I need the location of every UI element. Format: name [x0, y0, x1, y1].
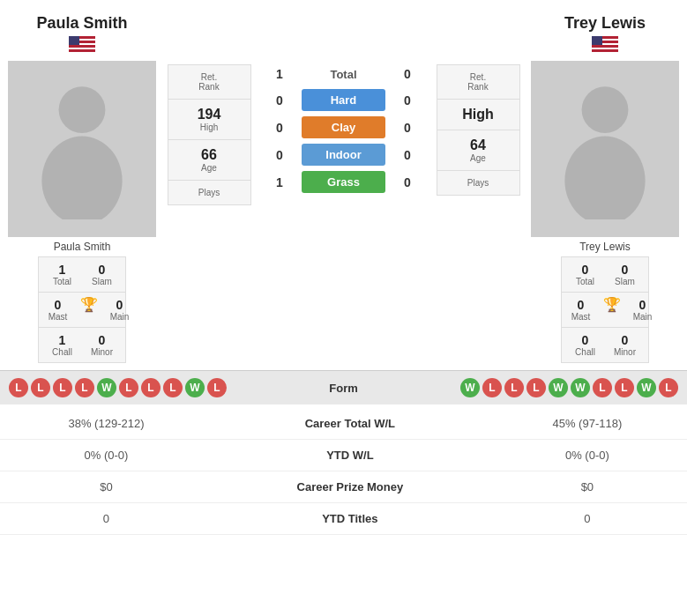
hard-row: 0 Hard 0: [258, 89, 429, 111]
left-mast-label: Mast: [49, 312, 68, 322]
clay-row: 0 Clay 0: [258, 116, 429, 138]
left-trophy-icon: 🏆: [80, 298, 98, 312]
left-player-photo: [8, 61, 156, 237]
left-minor-cell: 0 Minor: [86, 333, 117, 357]
right-main-label: Main: [633, 312, 653, 322]
right-player-name-below: Trey Lewis: [579, 241, 631, 253]
left-main-value: 0: [116, 298, 123, 312]
left-side-panel: Ret. Rank 194 High 66 Age Plays: [161, 61, 258, 205]
form-badge-right: L: [615, 378, 634, 397]
comparison-left: $0: [0, 471, 213, 503]
form-section: LLLLWLLLWL Form WLLLWWLLWL: [0, 370, 687, 404]
right-minor-value: 0: [622, 333, 629, 347]
form-badge-right: W: [460, 378, 480, 397]
right-form-results: WLLLWWLLWL: [379, 378, 679, 397]
left-plays-label: Plays: [198, 188, 220, 197]
right-rank-label: Rank: [467, 82, 488, 92]
left-minor-value: 0: [99, 333, 106, 347]
comparison-row: 38% (129-212) Career Total W/L 45% (97-1…: [0, 408, 687, 440]
grass-row: 1 Grass 0: [258, 171, 429, 193]
comparison-right: 0: [488, 503, 687, 535]
left-chall-value: 1: [59, 333, 66, 347]
comparison-label: Career Prize Money: [213, 471, 488, 503]
comparison-left: 0% (0-0): [0, 440, 213, 471]
right-minor-label: Minor: [614, 347, 636, 357]
hard-left-score: 0: [258, 93, 302, 108]
form-badge-left: L: [53, 378, 72, 397]
left-mast-value: 0: [55, 298, 62, 312]
form-badge-left: L: [9, 378, 28, 397]
right-age-value: 64: [470, 137, 486, 153]
left-age-value: 66: [201, 147, 217, 163]
right-rank-panel: Ret. Rank High 64 Age Plays: [437, 64, 520, 196]
svg-point-3: [564, 137, 645, 219]
left-player-name: Paula Smith: [36, 14, 127, 33]
right-slam-label: Slam: [615, 277, 635, 286]
left-player-flag: [69, 36, 95, 52]
comparison-row: $0 Career Prize Money $0: [0, 471, 687, 503]
form-badge-right: L: [526, 378, 546, 397]
right-chall-value: 0: [582, 333, 589, 347]
right-minor-cell: 0 Minor: [609, 333, 640, 357]
left-rank-value: 194: [198, 107, 221, 122]
right-slam-cell: 0 Slam: [609, 263, 640, 286]
total-label: Total: [302, 68, 385, 81]
left-total-value: 1: [59, 263, 66, 277]
form-badge-right: W: [637, 378, 656, 397]
left-slam-label: Slam: [92, 277, 112, 286]
form-badge-left: L: [75, 378, 94, 397]
right-player-name: Trey Lewis: [564, 14, 646, 33]
right-mast-value: 0: [578, 298, 585, 312]
right-main-cell: 0 Main: [627, 298, 658, 322]
right-mast-label: Mast: [571, 312, 591, 322]
left-silhouette-icon: [29, 78, 135, 219]
left-rank-cell: Ret. Rank: [168, 65, 250, 100]
grass-right-score: 0: [385, 175, 429, 189]
right-chall-cell: 0 Chall: [570, 333, 601, 357]
left-rank-panel: Ret. Rank 194 High 66 Age Plays: [168, 64, 251, 205]
left-chall-cell: 1 Chall: [47, 333, 78, 357]
hard-button[interactable]: Hard: [302, 89, 385, 111]
names-flags-row: Paula Smith Trey Lewis: [0, 0, 687, 57]
comparison-table: 38% (129-212) Career Total W/L 45% (97-1…: [0, 408, 687, 535]
form-badge-right: L: [482, 378, 502, 397]
grass-button[interactable]: Grass: [302, 171, 385, 193]
form-badge-right: L: [593, 378, 612, 397]
right-main-value: 0: [639, 298, 646, 312]
right-name-block: Trey Lewis: [530, 7, 680, 57]
indoor-button[interactable]: Indoor: [302, 144, 385, 166]
form-badge-left: W: [97, 378, 116, 397]
comparison-right: 45% (97-118): [488, 408, 687, 440]
right-stat-row-3: 0 Chall 0 Minor: [562, 328, 648, 362]
right-plays-cell: Plays: [437, 171, 519, 195]
form-badge-left: L: [207, 378, 227, 397]
right-rank-value: High: [462, 107, 494, 122]
clay-button[interactable]: Clay: [302, 116, 385, 138]
comparison-label: YTD W/L: [213, 440, 488, 471]
left-stat-row-3: 1 Chall 0 Minor: [39, 328, 125, 362]
indoor-row: 0 Indoor 0: [258, 144, 429, 166]
center-surfaces: 1 Total 0 0 Hard 0 0 Clay 0 0 Indoor 0: [258, 61, 429, 196]
form-badge-left: L: [141, 378, 161, 397]
comparison-left: 0: [0, 503, 213, 535]
right-stats-panel: 0 Total 0 Slam 0 Mast 🏆: [561, 256, 649, 363]
right-trophy-cell: 🏆: [596, 298, 627, 322]
left-trophy-cell: 🏆: [73, 298, 104, 322]
total-right-score: 0: [385, 67, 429, 81]
left-chall-label: Chall: [52, 347, 72, 357]
right-total-value: 0: [582, 263, 589, 277]
form-badge-right: L: [659, 378, 678, 397]
left-mast-cell: 0 Mast: [42, 298, 73, 322]
right-total-label: Total: [576, 277, 594, 286]
left-slam-cell: 0 Slam: [86, 263, 117, 286]
form-badge-right: W: [549, 378, 568, 397]
comparison-left: 38% (129-212): [0, 408, 213, 440]
right-photo-area: Trey Lewis 0 Total 0 Slam 0 Mast: [530, 61, 680, 363]
form-badge-left: L: [119, 378, 138, 397]
left-main-cell: 0 Main: [104, 298, 135, 322]
left-stat-row-2: 0 Mast 🏆 0 Main: [39, 293, 125, 328]
left-photo-area: Paula Smith 1 Total 0 Slam 0 Mas: [7, 61, 157, 363]
right-player-flag: [592, 36, 618, 52]
right-player-photo: [531, 61, 679, 237]
comparison-label: Career Total W/L: [213, 408, 488, 440]
